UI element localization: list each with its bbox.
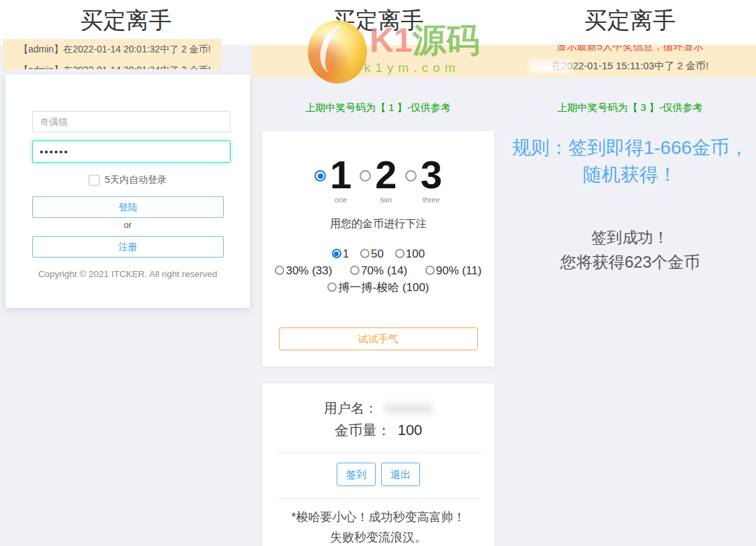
signin-result: 签到成功！ 您将获得623个金币 [504,227,756,272]
radio-icon[interactable] [360,170,371,182]
page: 买定离手 买定离手 买定离手 【admin】在2022-01-14 20:01:… [0,0,756,546]
divider [276,498,481,499]
radio-icon[interactable] [314,170,326,182]
redacted-username-blur [530,61,573,73]
number-value: 3 [421,155,442,194]
coins-value: 100 [398,422,423,439]
bet-card: 1 one 2 two 3 three 用您的金币进行下注 1 [262,131,495,366]
radio-icon [275,266,284,275]
bet-amount-option-30pct[interactable]: 30% (33) [275,264,332,277]
bet-amount-option-allin[interactable]: 搏一搏-梭哈 (100) [327,281,429,294]
number-value: 2 [375,155,396,194]
winners-marquee-right: 显示最新5人中奖信息，循环显示 在2022-01-15 15:11:03中了 2… [504,45,756,77]
coins-label: 金币量： [335,421,391,440]
login-card: 5天内自动登录 登陆 or 注册 Copyright © 2021 ITCKER… [5,75,250,308]
last-number-middle: 上期中奖号码为【 1 】-仅供参考 [252,102,504,114]
username-row: 用户名： [262,399,495,418]
try-luck-button[interactable]: 试试手气 [279,327,478,350]
page-title-middle: 买定离手 [252,4,504,36]
bet-amount-option-70pct[interactable]: 70% (14) [350,264,407,277]
radio-icon [360,249,370,258]
radio-icon [327,282,337,292]
winners-marquee-middle [252,45,504,77]
copyright-text: Copyright © 2021 ITCKER. All right reser… [5,269,250,279]
bet-amount-option-90pct[interactable]: 90% (11) [425,264,482,277]
bet-hint: 用您的金币进行下注 [262,217,495,231]
auto-login-checkbox[interactable] [89,175,99,186]
radio-icon [332,249,341,258]
number-option-3[interactable]: 3 three [405,155,442,204]
bet-amount-option-1[interactable]: 1 [332,247,349,260]
or-separator: or [5,220,250,230]
warning-line2: 失败秒变流浪汉。 [262,529,495,546]
bet-amount-row1: 1 50 100 [262,247,495,262]
rules-line1: 规则：签到即得1-666金币， [504,134,756,161]
number-options: 1 one 2 two 3 three [262,155,495,204]
number-option-1[interactable]: 1 one [314,155,351,204]
page-title-left: 买定离手 [0,4,252,36]
page-title-right: 买定离手 [504,4,756,36]
bet-amount-option-50[interactable]: 50 [360,247,384,260]
bet-amount-label: 搏一搏-梭哈 (100) [338,281,429,294]
bet-amount-row3: 搏一搏-梭哈 (100) [262,280,495,295]
rules-text: 规则：签到即得1-666金币， 随机获得！ [504,134,756,188]
number-label: two [380,196,392,204]
bet-amount-label: 90% (11) [436,264,482,277]
last-number-right: 上期中奖号码为【 3 】-仅供参考 [504,102,756,114]
coins-row: 金币量： 100 [262,421,495,440]
signin-reward-text: 您将获得623个金币 [504,252,756,272]
number-label: three [423,196,439,204]
radio-icon [425,266,435,275]
number-option-2[interactable]: 2 two [360,155,396,204]
marquee-notice: 显示最新5人中奖信息，循环显示 [504,45,756,53]
rules-line2: 随机获得！ [504,161,756,188]
marquee-line: 【admin】在2022-01-14 20:01:32中了 2 金币! [3,39,222,56]
bet-amount-label: 50 [371,247,384,260]
register-button[interactable]: 注册 [32,236,224,258]
user-actions: 签到 退出 [262,463,495,486]
signin-success-text: 签到成功！ [504,227,756,247]
bet-amount-label: 70% (14) [361,264,407,277]
sign-in-button[interactable]: 签到 [337,463,376,486]
bet-amount-label: 1 [343,247,349,260]
radio-icon [395,249,405,258]
winners-marquee-left: 【admin】在2022-01-14 20:01:32中了 2 金币! 【adm… [3,39,222,69]
bet-amount-label: 30% (33) [286,264,332,277]
number-value: 1 [330,155,351,194]
login-button[interactable]: 登陆 [32,196,224,218]
user-card: 用户名： 金币量： 100 签到 退出 *梭哈要小心！成功秒变高富帅！ 失败秒变… [262,383,495,546]
number-label: one [335,196,347,204]
bet-amount-label: 100 [406,247,425,260]
auto-login-label: 5天内自动登录 [105,174,167,186]
redacted-username-blur [384,403,433,414]
radio-icon [350,266,360,275]
marquee-line: 【admin】在2022-01-14 20:01:34中了 2 金币! [3,64,222,69]
bet-amount-row2: 30% (33) 70% (14) 90% (11) [262,264,495,278]
divider [276,452,481,453]
username-label: 用户名： [324,399,378,418]
username-input[interactable] [32,111,230,132]
radio-icon[interactable] [405,170,417,182]
remember-row: 5天内自动登录 [5,174,250,186]
password-input[interactable] [32,141,230,163]
warning-line1: *梭哈要小心！成功秒变高富帅！ [262,508,495,526]
logout-button[interactable]: 退出 [381,463,420,486]
bet-amount-option-100[interactable]: 100 [395,247,425,260]
